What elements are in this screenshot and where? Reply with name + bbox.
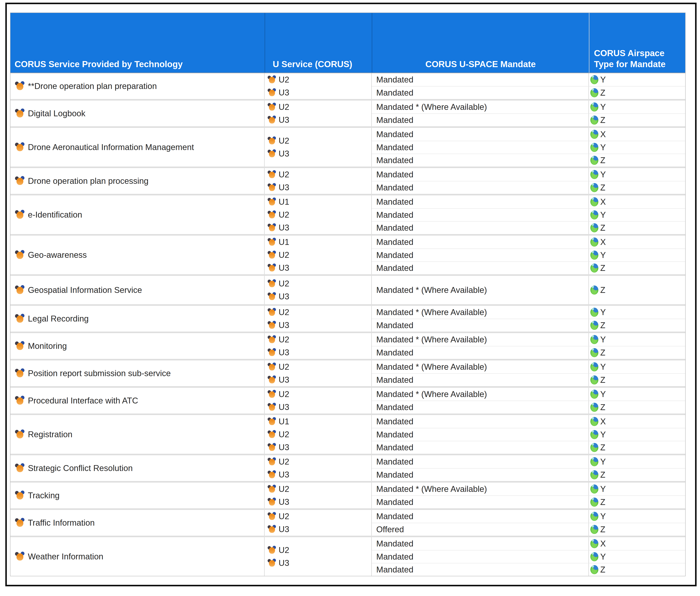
- people-icon: [267, 264, 277, 272]
- header-airspace-column: CORUS Airspace Type for Mandate: [589, 13, 685, 73]
- u-service-label: U1: [279, 417, 289, 426]
- u-service-label: U2: [279, 390, 289, 399]
- u-service-item: U3: [267, 223, 371, 232]
- people-icon: [267, 116, 277, 124]
- sub-rows: Mandated * (Where Available)Z: [372, 276, 685, 304]
- mandate-label: Mandated * (Where Available): [376, 307, 487, 317]
- table-row: MandatedZ: [372, 346, 685, 359]
- table-row: Mandated * (Where Available)Y: [372, 333, 685, 346]
- airspace-type-label: Y: [600, 484, 606, 494]
- people-icon: [267, 430, 277, 439]
- globe-icon: [591, 321, 598, 330]
- table-row: MandatedZ: [372, 468, 685, 481]
- mandate-cell: Mandated: [372, 374, 589, 386]
- airspace-cell: Z: [589, 262, 685, 274]
- airspace-type-label: Y: [600, 307, 606, 317]
- mandate-cell: Mandated: [372, 154, 589, 167]
- airspace-type-label: Y: [600, 552, 606, 562]
- people-icon: [15, 250, 25, 260]
- people-icon: [267, 238, 277, 246]
- mandate-cell: Mandated: [372, 181, 589, 194]
- mandate-label: Mandated: [376, 223, 414, 232]
- airspace-type-label: Y: [600, 170, 606, 179]
- u-service-label: U2: [279, 279, 289, 288]
- globe-icon: [591, 197, 598, 206]
- table-row: MandatedY: [372, 510, 685, 523]
- globe-icon: [591, 285, 598, 295]
- people-icon: [267, 485, 277, 493]
- airspace-type-label: Z: [600, 402, 605, 412]
- airspace-cell: X: [589, 195, 685, 208]
- airspace-type-label: Z: [600, 223, 605, 232]
- people-icon: [267, 375, 277, 384]
- service-cell: Traffic Information: [10, 510, 265, 536]
- u-service-label: U3: [279, 497, 289, 507]
- mandate-cell: Mandated * (Where Available): [372, 388, 589, 401]
- header-mandate-label: CORUS U-SPACE Mandate: [425, 59, 536, 70]
- airspace-type-label: Y: [600, 335, 606, 344]
- service-cell: Legal Recording: [10, 306, 265, 331]
- u-service-item: U2: [267, 512, 371, 521]
- u-service-label: U2: [279, 210, 289, 220]
- airspace-type-label: Y: [600, 250, 606, 260]
- mandate-label: Mandated: [376, 115, 414, 125]
- mandate-cell: Mandated: [372, 469, 589, 481]
- globe-icon: [591, 335, 598, 344]
- airspace-type-label: Y: [600, 75, 606, 84]
- service-cell: Monitoring: [10, 333, 265, 359]
- service-name-label: Monitoring: [28, 341, 67, 351]
- airspace-type-label: Z: [600, 88, 605, 98]
- table-row: MandatedZ: [372, 114, 685, 126]
- mandate-label: Mandated: [376, 443, 414, 452]
- airspace-cell: Z: [589, 523, 685, 536]
- people-icon: [15, 285, 25, 295]
- u-service-item: U1: [267, 237, 371, 247]
- service-name-label: Traffic Information: [28, 518, 95, 527]
- globe-icon: [591, 264, 598, 273]
- airspace-type-label: Z: [600, 470, 605, 479]
- u-service-label: U3: [279, 292, 289, 301]
- mandate-cell: Mandated: [372, 537, 589, 550]
- service-name-label: Legal Recording: [28, 314, 89, 323]
- people-icon: [267, 470, 277, 479]
- mandate-label: Mandated * (Where Available): [376, 335, 487, 344]
- globe-icon: [591, 539, 598, 548]
- service-name-label: Weather Information: [28, 552, 103, 561]
- service-cell: Registration: [10, 415, 265, 454]
- table-row: Mandated * (Where Available)Y: [372, 388, 685, 401]
- globe-icon: [591, 102, 598, 111]
- airspace-cell: Z: [589, 154, 685, 167]
- table-row: MandatedZ: [372, 181, 685, 194]
- mandate-label: Mandated * (Where Available): [376, 102, 487, 112]
- people-icon: [267, 457, 277, 466]
- table-row: MandatedX: [372, 537, 685, 550]
- u-service-cell: U2U3: [265, 306, 372, 331]
- people-icon: [267, 210, 277, 219]
- u-service-item: U3: [267, 292, 371, 301]
- u-service-label: U2: [279, 102, 289, 112]
- mandate-cell: Mandated: [372, 415, 589, 428]
- airspace-cell: Y: [589, 361, 685, 373]
- globe-icon: [591, 308, 598, 317]
- u-service-label: U3: [279, 443, 289, 452]
- people-icon: [267, 149, 277, 158]
- globe-icon: [591, 485, 598, 494]
- airspace-cell: Z: [589, 346, 685, 359]
- airspace-cell: Y: [589, 101, 685, 114]
- airspace-type-label: X: [600, 197, 606, 206]
- u-service-label: U3: [279, 524, 289, 534]
- airspace-cell: Y: [589, 428, 685, 441]
- u-service-item: U2: [267, 484, 371, 494]
- people-icon: [15, 176, 25, 186]
- mandate-label: Mandated: [376, 155, 414, 165]
- airspace-cell: Y: [589, 510, 685, 523]
- service-name-label: **Drone operation plan preparation: [28, 81, 157, 91]
- u-service-item: U2: [267, 457, 371, 467]
- table-row: MandatedZ: [372, 221, 685, 234]
- u-service-label: U3: [279, 223, 289, 232]
- globe-icon: [591, 116, 598, 125]
- mandate-cell: Mandated: [372, 141, 589, 154]
- airspace-type-label: X: [600, 129, 606, 139]
- u-service-label: U3: [279, 375, 289, 384]
- mandate-label: Mandated: [376, 512, 414, 521]
